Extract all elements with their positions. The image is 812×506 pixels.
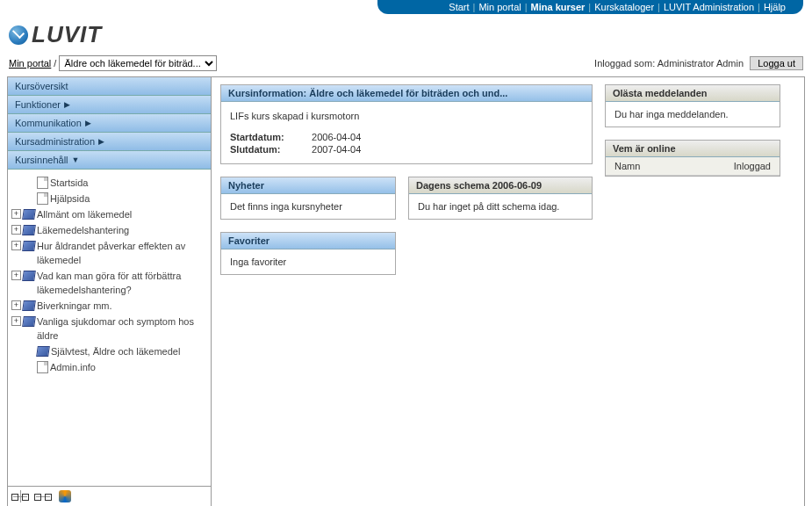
expander-blank [25,362,35,372]
tree-item[interactable]: +Läkemedelshantering [11,222,207,238]
panel-body: Det finns inga kursnyheter [221,194,395,219]
expand-icon[interactable]: + [11,300,21,310]
col-namn: Namn [614,161,640,171]
panel-header: Dagens schema 2006-06-09 [409,177,592,194]
end-date-label: Slutdatum: [230,144,309,155]
breadcrumb-portal-link[interactable]: Min portal [9,58,51,69]
panel-nyheter: Nyheter Det finns inga kursnyheter [220,177,396,220]
login-user: Administrator Admin [658,58,744,69]
nav-kurskataloger[interactable]: Kurskataloger [594,2,654,12]
logout-button[interactable]: Logga ut [750,56,803,70]
main-wrap: Kursöversikt Funktioner▶ Kommunikation▶ … [7,76,805,506]
breadcrumb: Min portal / Äldre och läkemedel för bit… [9,55,217,71]
login-prefix: Inloggad som: [594,58,658,69]
logo-mark-icon [9,25,28,45]
expand-icon[interactable]: + [11,271,21,280]
chevron-right-icon: ▶ [85,119,91,127]
refresh-icon[interactable] [59,490,71,502]
panel-body: Du har inget på ditt schema idag. [409,194,592,219]
panel-header: Nyheter [221,177,395,194]
tree-item[interactable]: +Vad kan man göra för att förbättra läke… [11,268,207,298]
panel-body: Inga favoriter [221,249,395,274]
tree-item[interactable]: +Allmänt om läkemedel [11,206,207,222]
right-column: Olästa meddelanden Du har inga meddeland… [605,84,780,177]
expand-icon[interactable]: + [11,225,21,235]
sidebar-toolbar [8,486,211,506]
row-nyheter-schema: Nyheter Det finns inga kursnyheter Dagen… [220,177,593,220]
nav-hjalp[interactable]: Hjälp [764,2,786,12]
sidebar: Kursöversikt Funktioner▶ Kommunikation▶ … [8,77,212,506]
document-icon [37,192,48,205]
book-icon [22,300,36,311]
panel-header: Vem är online [606,141,780,157]
menu-kursinnehall[interactable]: Kursinnehåll▼ [8,151,211,170]
panel-header: Favoriter [221,233,395,249]
col-inloggad: Inloggad [734,161,771,171]
content-area: Kursinformation: Äldre och läkemedel för… [212,77,804,506]
expand-icon[interactable]: + [11,209,21,219]
online-table-header: Namn Inloggad [606,157,780,176]
panel-vem-online: Vem är online Namn Inloggad [605,140,780,177]
book-icon [22,241,36,251]
panel-header: Olästa meddelanden [606,85,780,102]
panel-body: Du har inga meddelanden. [606,102,780,126]
document-icon [37,361,48,373]
breadcrumb-row: Min portal / Äldre och läkemedel för bit… [0,52,812,75]
panel-olasta-meddelanden: Olästa meddelanden Du har inga meddeland… [605,84,780,127]
top-nav: Start| Min portal| Mina kurser| Kurskata… [377,0,803,14]
logo-text: LUVIT [32,21,102,48]
tree-item[interactable]: +Hur åldrandet påverkar effekten av läke… [11,238,207,268]
chevron-right-icon: ▶ [64,100,70,109]
expander-blank [25,193,35,203]
panel-favoriter: Favoriter Inga favoriter [220,232,396,275]
logo-row: LUVIT [0,14,812,52]
panel-dagens-schema: Dagens schema 2006-06-09 Du har inget på… [408,177,593,220]
nav-mina-kurser[interactable]: Mina kurser [531,2,586,12]
login-info: Inloggad som: Administrator Admin Logga … [594,56,803,70]
expand-icon[interactable]: + [11,241,21,250]
kursinfo-desc: LIFs kurs skapad i kursmotorn [230,111,583,121]
book-icon [22,209,36,220]
panel-kursinformation: Kursinformation: Äldre och läkemedel för… [220,84,593,164]
book-icon [22,225,36,235]
middle-column: Kursinformation: Äldre och läkemedel för… [220,84,593,275]
end-date-value: 2007-04-04 [312,144,361,155]
menu-kursoversikt[interactable]: Kursöversikt [8,77,211,96]
content-tree: Startsida Hjälpsida +Allmänt om läkemede… [8,170,211,486]
tree-item[interactable]: Admin.info [11,359,207,375]
start-date-label: Startdatum: [230,132,309,142]
menu-funktioner[interactable]: Funktioner▶ [8,96,211,114]
chevron-down-icon: ▼ [72,155,80,164]
expand-all-icon[interactable] [13,490,27,502]
nav-min-portal[interactable]: Min portal [478,2,521,12]
tree-item[interactable]: Hjälpsida [11,191,207,206]
start-date-value: 2006-04-04 [312,132,361,142]
panel-header: Kursinformation: Äldre och läkemedel för… [221,85,592,102]
expander-blank [25,346,35,356]
chevron-right-icon: ▶ [98,137,104,146]
tree-item[interactable]: Startsida [11,175,207,191]
nav-start[interactable]: Start [449,2,469,12]
tree-item[interactable]: Självtest, Äldre och läkemedel [11,343,207,359]
book-icon [22,271,36,281]
expander-blank [25,177,35,187]
document-icon [37,177,48,189]
expand-icon[interactable]: + [11,316,21,326]
tree-item[interactable]: +Vanliga sjukdomar och symptom hos äldre [11,314,207,343]
book-icon [22,316,36,327]
menu-kursadministration[interactable]: Kursadministration▶ [8,133,211,151]
logo: LUVIT [9,21,102,48]
menu-sections: Kursöversikt Funktioner▶ Kommunikation▶ … [8,77,211,170]
panel-body: LIFs kurs skapad i kursmotorn Startdatum… [221,102,592,163]
menu-kommunikation[interactable]: Kommunikation▶ [8,114,211,133]
nav-luvit-admin[interactable]: LUVIT Administration [664,2,754,12]
book-icon [36,346,50,357]
collapse-all-icon[interactable] [36,490,50,502]
course-select[interactable]: Äldre och läkemedel för biträd... [59,55,217,71]
tree-item[interactable]: +Biverkningar mm. [11,298,207,314]
